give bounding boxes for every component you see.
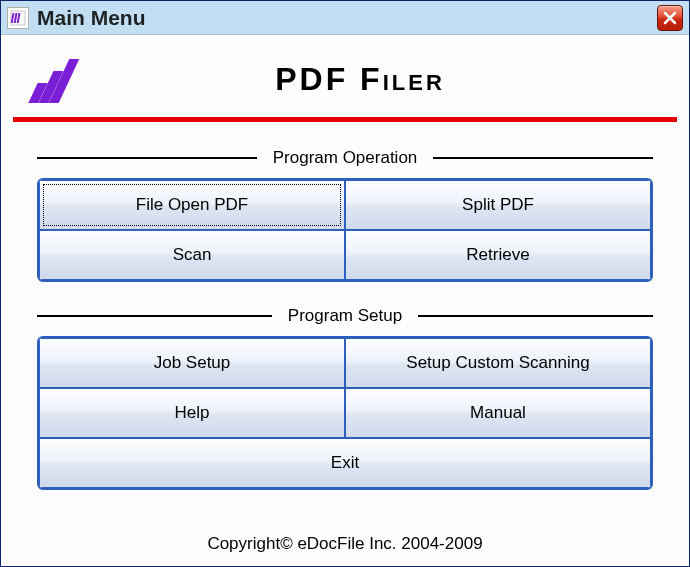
titlebar: Main Menu xyxy=(1,1,689,35)
rule-line xyxy=(37,157,257,159)
file-open-pdf-button[interactable]: File Open PDF xyxy=(39,180,345,230)
close-button[interactable] xyxy=(657,5,683,31)
app-icon xyxy=(7,7,29,29)
program-setup-section: Program Setup Job Setup Setup Custom Sca… xyxy=(13,306,677,504)
scan-button[interactable]: Scan xyxy=(39,230,345,280)
logo-icon xyxy=(33,55,93,103)
job-setup-button[interactable]: Job Setup xyxy=(39,338,345,388)
operation-button-grid: File Open PDF Split PDF Scan Retrieve xyxy=(37,178,653,282)
content-area: PDF Filer Program Operation File Open PD… xyxy=(1,35,689,566)
window-title: Main Menu xyxy=(37,6,649,30)
main-window: Main Menu PDF Filer Program Operation xyxy=(0,0,690,567)
setup-custom-scanning-button[interactable]: Setup Custom Scanning xyxy=(345,338,651,388)
header-row: PDF Filer xyxy=(13,45,677,117)
copyright-text: Copyright© eDocFile Inc. 2004-2009 xyxy=(13,528,677,558)
split-pdf-button[interactable]: Split PDF xyxy=(345,180,651,230)
section-label-operation: Program Operation xyxy=(267,148,424,168)
app-title: PDF Filer xyxy=(123,61,657,98)
retrieve-button[interactable]: Retrieve xyxy=(345,230,651,280)
section-header-setup: Program Setup xyxy=(37,306,653,326)
close-icon xyxy=(663,11,677,25)
exit-button[interactable]: Exit xyxy=(39,438,651,488)
help-button[interactable]: Help xyxy=(39,388,345,438)
section-header-operation: Program Operation xyxy=(37,148,653,168)
rule-line xyxy=(418,315,653,317)
section-label-setup: Program Setup xyxy=(282,306,408,326)
manual-button[interactable]: Manual xyxy=(345,388,651,438)
setup-button-grid: Job Setup Setup Custom Scanning Help Man… xyxy=(37,336,653,490)
rule-line xyxy=(37,315,272,317)
program-operation-section: Program Operation File Open PDF Split PD… xyxy=(13,148,677,306)
rule-line xyxy=(433,157,653,159)
divider xyxy=(13,117,677,122)
